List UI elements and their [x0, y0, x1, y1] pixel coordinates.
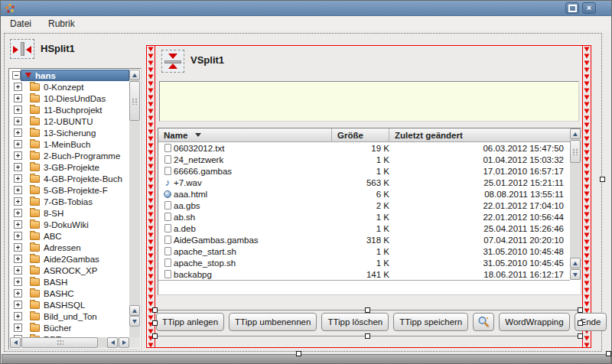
tree-item[interactable]: 2-Buch-Programme: [10, 150, 129, 161]
scrollbar-thumb[interactable]: [570, 140, 581, 163]
directory-tree[interactable]: hans 0-Konzept 10-DiesUndDas 11-Buchproj…: [8, 68, 142, 349]
selection-handle[interactable]: [578, 333, 583, 339]
expand-icon[interactable]: [14, 163, 22, 171]
tree-item[interactable]: 0-Konzept: [10, 81, 129, 93]
expand-icon[interactable]: [14, 140, 22, 148]
tree-item[interactable]: 7-GB-Tobias: [10, 196, 129, 207]
column-header-size[interactable]: Größe: [332, 128, 389, 142]
tree-horizontal-scrollbar[interactable]: [10, 337, 129, 348]
tree-item[interactable]: 12-UBUNTU: [10, 115, 129, 127]
menu-datei[interactable]: Datei: [10, 18, 31, 29]
ttipp-anlegen-button[interactable]: TTipp anlegen: [156, 313, 224, 331]
expand-icon[interactable]: [14, 323, 22, 332]
file-row[interactable]: AideGambas.gambas318 K07.04.2011 20:20:1…: [158, 234, 570, 245]
tree-item[interactable]: 3-GB-Projekte: [10, 161, 129, 173]
vsplit-icon[interactable]: [161, 50, 184, 73]
tree-item[interactable]: Bücher: [10, 322, 129, 333]
ttipp-loeschen-button[interactable]: TTipp löschen: [321, 313, 389, 331]
tip-textarea[interactable]: [159, 81, 579, 122]
file-row[interactable]: aaa.html6 K08.08.2011 13:55:11: [158, 188, 570, 200]
file-row[interactable]: aa.gbs2 K22.01.2012 17:04:10: [158, 200, 570, 211]
file-row[interactable]: apache_stop.sh1 K31.05.2010 10:45:45: [158, 257, 570, 268]
selection-handle[interactable]: [152, 307, 158, 313]
expand-icon[interactable]: [14, 243, 22, 252]
column-header-name[interactable]: Name: [158, 128, 332, 142]
tree-item[interactable]: BASHC: [10, 288, 129, 299]
form-resize-handle-bottom[interactable]: [296, 351, 301, 356]
tree-item[interactable]: 13-Sicherung: [10, 127, 129, 138]
tree-root-item[interactable]: hans: [10, 70, 129, 81]
expand-icon[interactable]: [14, 83, 22, 91]
close-button[interactable]: ×: [582, 2, 596, 14]
expand-icon[interactable]: [14, 232, 22, 240]
expand-icon[interactable]: [14, 186, 22, 194]
scroll-up-button-2[interactable]: [570, 258, 581, 268]
selection-handle[interactable]: [578, 307, 583, 313]
file-row[interactable]: 66666.gambas1 K17.01.2010 16:57:17: [158, 165, 570, 177]
hsplit-icon[interactable]: [10, 39, 34, 59]
tree-item[interactable]: BASHSQL: [10, 299, 129, 310]
ttipp-umbenennen-button[interactable]: TTipp umbenennen: [229, 313, 317, 331]
expand-icon[interactable]: [14, 151, 22, 160]
expand-icon[interactable]: [14, 255, 22, 263]
tree-item[interactable]: 1-MeinBuch: [10, 138, 129, 150]
scroll-left-button-2[interactable]: [107, 337, 118, 348]
file-row[interactable]: ♪+7.wav563 K25.01.2012 15:21:11: [158, 177, 570, 188]
scroll-down-button[interactable]: [129, 316, 140, 327]
expand-icon[interactable]: [14, 106, 22, 114]
file-row[interactable]: 24_netzwerk1 K01.04.2012 15:03:32: [158, 154, 570, 165]
tree-item[interactable]: ABC: [10, 230, 129, 242]
expand-icon[interactable]: [14, 209, 22, 217]
expand-icon[interactable]: [14, 174, 22, 183]
selection-handle[interactable]: [152, 333, 158, 339]
scroll-left-button[interactable]: [10, 337, 21, 348]
tree-item[interactable]: Adressen: [10, 242, 129, 253]
form-resize-handle-corner[interactable]: [606, 351, 611, 356]
menu-rubrik[interactable]: Rubrik: [48, 18, 75, 29]
magnifier-button[interactable]: [473, 313, 494, 331]
file-row[interactable]: ab.sh1 K22.01.2012 10:56:44: [158, 211, 570, 223]
expand-icon[interactable]: [14, 278, 22, 286]
expand-icon[interactable]: [14, 301, 22, 309]
collapse-icon[interactable]: [12, 71, 21, 80]
expand-icon[interactable]: [14, 266, 22, 275]
tree-item[interactable]: Aide2Gambas: [10, 253, 129, 265]
tree-item[interactable]: ASROCK_XP: [10, 265, 129, 276]
expand-icon[interactable]: [14, 220, 22, 229]
form-resize-bar[interactable]: [2, 354, 611, 364]
column-header-modified[interactable]: Zuletzt geändert: [389, 128, 570, 142]
tree-item[interactable]: BASH: [10, 276, 129, 288]
maximize-button[interactable]: [565, 2, 579, 14]
expand-icon[interactable]: [14, 289, 22, 297]
expand-icon[interactable]: [14, 312, 22, 320]
scrollbar-thumb[interactable]: [129, 81, 140, 121]
expand-icon[interactable]: [14, 117, 22, 125]
selection-handle[interactable]: [152, 320, 158, 326]
file-list[interactable]: Name Größe Zuletzt geändert 06032012.txt…: [158, 128, 581, 295]
expand-icon[interactable]: [14, 128, 22, 137]
tree-vertical-scrollbar[interactable]: [129, 70, 140, 337]
tree-item[interactable]: 11-Buchprojekt: [10, 104, 129, 115]
ttipp-speichern-button[interactable]: TTipp speichern: [393, 313, 468, 331]
tree-item[interactable]: Bild_und_Ton: [10, 310, 129, 322]
scroll-up-button[interactable]: [570, 128, 581, 139]
form-resize-handle-right[interactable]: [600, 177, 605, 182]
filelist-vertical-scrollbar[interactable]: [570, 128, 581, 280]
file-row[interactable]: a.deb1 K25.04.2011 15:26:46: [158, 223, 570, 234]
selection-handle[interactable]: [365, 307, 370, 313]
file-row[interactable]: 06032012.txt19 K06.03.2012 15:47:50: [158, 142, 570, 154]
expand-icon[interactable]: [14, 94, 22, 102]
selection-handle[interactable]: [578, 320, 583, 326]
scroll-up-button[interactable]: [129, 70, 140, 80]
tree-item[interactable]: 4-GB-Projekte-Buch: [10, 173, 129, 184]
tree-item[interactable]: 10-DiesUndDas: [10, 93, 129, 104]
tree-item[interactable]: 9-DokuWiki: [10, 219, 129, 230]
expand-icon[interactable]: [14, 197, 22, 206]
scrollbar-thumb[interactable]: [21, 337, 98, 348]
scroll-right-button[interactable]: [119, 337, 129, 348]
wordwrapping-button[interactable]: WordWrapping: [499, 313, 569, 331]
tree-item[interactable]: 5-GB-Projekte-F: [10, 184, 129, 196]
scroll-down-button[interactable]: [570, 269, 581, 280]
tree-item[interactable]: 8-SH: [10, 207, 129, 219]
scroll-up-button-2[interactable]: [129, 305, 140, 316]
